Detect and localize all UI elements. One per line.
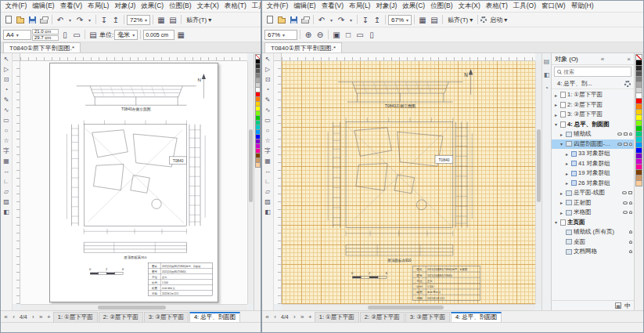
visibility-icon[interactable] (617, 132, 622, 136)
layer-row-selected[interactable]: ▾四层剖面图-线图 (552, 139, 634, 150)
expand-arrow-icon[interactable]: ▾ (553, 121, 559, 127)
page-row-active[interactable]: ▾4: 总平、剖面图 (552, 120, 634, 130)
page-row[interactable]: ▸1: ①层下平面 (552, 90, 634, 100)
color-swatch[interactable] (255, 162, 261, 168)
connector-tool[interactable]: ∟ (2, 176, 12, 186)
shadow-tool[interactable]: ▱ (263, 186, 273, 197)
printable-icon[interactable] (624, 143, 628, 146)
expand-arrow-icon[interactable]: ▸ (559, 190, 564, 196)
zoom-out-button[interactable]: ⊖ (315, 29, 326, 41)
crop-tool[interactable]: ⊡ (2, 74, 12, 85)
page-row[interactable]: ▸3: ③层下平面 (552, 110, 634, 120)
ellipse-tool[interactable]: ○ (2, 125, 12, 136)
drawing-canvas[interactable] (282, 61, 535, 304)
ruler-origin[interactable] (274, 53, 282, 61)
layer-row[interactable]: ▸米格图 (552, 208, 634, 218)
lock-icon[interactable] (629, 143, 632, 146)
redo-dropdown[interactable]: ▾ (86, 14, 93, 26)
page-tab-4[interactable]: 4: 总平、剖面图 (451, 312, 502, 322)
lock-icon[interactable] (629, 241, 632, 244)
color-swatch[interactable] (635, 180, 642, 186)
crop-tool[interactable]: ⊡ (263, 74, 273, 85)
lock-icon[interactable] (629, 230, 632, 233)
zoom-tool[interactable]: ◔ (263, 85, 273, 95)
menu-layout[interactable]: 布局(L) (347, 2, 373, 11)
zoom-to-page-height-button[interactable]: ▯ (366, 29, 377, 41)
table-tool[interactable]: ▦ (263, 156, 273, 166)
menu-bitmaps[interactable]: 位图(B) (428, 2, 455, 11)
menu-text[interactable]: 文本(X) (194, 2, 221, 11)
print-button[interactable] (38, 14, 49, 26)
zoom-level-combo[interactable]: 67%▾ (264, 30, 297, 40)
zoom-level-combo[interactable]: 72%▾ (127, 15, 150, 25)
menu-text[interactable]: 文本(X) (455, 2, 483, 11)
menu-help[interactable]: 帮助(H) (568, 2, 596, 11)
ellipse-tool[interactable]: ○ (263, 125, 273, 136)
search-input[interactable] (563, 69, 628, 74)
curve-tool[interactable]: ∿ (263, 105, 273, 115)
scrollbar-thumb[interactable] (249, 129, 253, 202)
add-page-button[interactable]: + (45, 313, 52, 320)
table-tool[interactable]: ▦ (2, 156, 12, 166)
dimension-tool[interactable]: ↔ (263, 166, 273, 176)
new-document-button[interactable] (264, 14, 275, 26)
view-mode-button[interactable]: ▤ (429, 14, 440, 26)
ime-indicator[interactable]: 中 (624, 302, 631, 310)
expand-arrow-icon[interactable]: ▾ (553, 219, 559, 225)
snap-to-button[interactable]: 贴齐(T)▾ (184, 16, 214, 24)
nudge-distance-field[interactable]: 0.005 cm (143, 30, 174, 40)
pick-tool[interactable]: ↖ (263, 54, 273, 64)
last-page-button[interactable]: » (299, 313, 306, 320)
document-page[interactable] (49, 63, 218, 302)
expand-arrow-icon[interactable]: ▸ (553, 92, 559, 98)
undo-button[interactable]: ↶ (316, 14, 327, 26)
undo-dropdown[interactable]: ▾ (328, 14, 335, 26)
printable-icon[interactable] (628, 191, 632, 194)
page-tab-1[interactable]: 1: ①层下平面 (315, 312, 359, 322)
shadow-tool[interactable]: ▱ (2, 186, 12, 197)
zoom-to-page-width-button[interactable]: ▭ (354, 29, 365, 41)
expand-arrow-icon[interactable]: ▸ (564, 171, 570, 176)
menu-object[interactable]: 对象(J) (112, 2, 139, 11)
docker-settings-gear-icon[interactable] (624, 81, 631, 87)
zoom-level-combo[interactable]: 67%▾ (388, 15, 412, 25)
layer-row[interactable]: ▸总平面-线图 (552, 188, 634, 198)
transparency-tool[interactable]: ▨ (263, 197, 273, 207)
landscape-button[interactable]: ▭ (71, 29, 82, 41)
page-height-field[interactable]: 29.7 cm (32, 35, 59, 41)
curve-tool[interactable]: ∿ (2, 105, 12, 115)
page-tab-3[interactable]: 3: ③层下平面 (144, 312, 189, 322)
save-button[interactable] (288, 14, 299, 26)
import-button[interactable]: ↧ (360, 14, 371, 26)
lock-icon[interactable] (629, 250, 632, 253)
launch-button[interactable]: 启动▾ (487, 16, 509, 24)
zoom-in-button[interactable]: ⊕ (303, 29, 314, 41)
horizontal-scrollbar[interactable] (282, 304, 535, 310)
horizontal-scrollbar[interactable] (20, 304, 247, 310)
polygon-tool[interactable]: ☆ (2, 136, 12, 146)
menu-layout[interactable]: 布局(L) (85, 2, 112, 11)
menu-bitmaps[interactable]: 位图(B) (167, 2, 194, 11)
options-button[interactable]: ▦ (175, 29, 186, 41)
menu-tools[interactable]: 工具(O) (510, 2, 538, 11)
layer-row[interactable]: ▸正射图 (552, 198, 634, 208)
scrollbar-thumb[interactable] (98, 306, 166, 309)
scrollbar-thumb[interactable] (537, 129, 541, 202)
objects-docker-tab[interactable]: ▤ (543, 57, 551, 65)
properties-docker-tab[interactable]: ◧ (543, 71, 551, 78)
page-tab-2[interactable]: 2: ②层下平面 (99, 312, 143, 322)
dimension-tool[interactable]: ↔ (2, 166, 12, 176)
lock-icon[interactable] (629, 211, 632, 214)
menu-effects[interactable]: 效果(C) (400, 2, 428, 11)
zoom-tool[interactable]: ◔ (2, 85, 12, 95)
expand-arrow-icon[interactable]: ▸ (559, 200, 564, 205)
show-grid-button[interactable]: ▦ (156, 14, 167, 26)
previous-page-button[interactable]: ‹ (272, 313, 279, 320)
open-button[interactable] (15, 14, 26, 26)
visibility-icon[interactable] (622, 191, 627, 194)
lock-icon[interactable] (629, 201, 632, 205)
snap-to-button[interactable]: 贴齐(T)▾ (445, 16, 475, 24)
units-combo[interactable]: 毫米▾ (114, 30, 138, 40)
rectangle-tool[interactable]: ▭ (2, 115, 12, 125)
shape-tool[interactable]: ▷ (2, 64, 12, 74)
